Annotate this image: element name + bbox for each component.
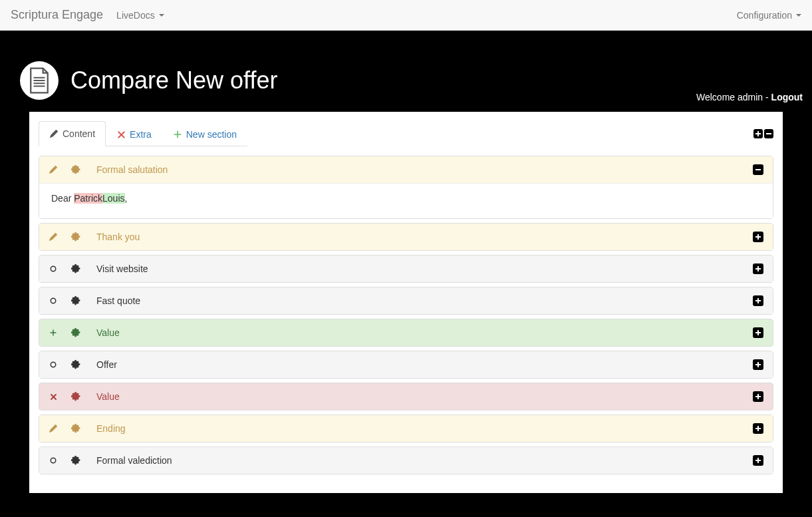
- document-icon: [20, 61, 59, 100]
- section-row: Value: [39, 319, 773, 347]
- section-icons: [49, 232, 82, 242]
- section-row: Visit website: [39, 255, 773, 283]
- section-header[interactable]: Visit website: [39, 256, 773, 282]
- expand-button[interactable]: [753, 232, 763, 242]
- tab-content-label: Content: [63, 128, 95, 139]
- svg-point-10: [51, 298, 56, 303]
- expand-button[interactable]: [753, 263, 763, 274]
- circle-icon: [49, 456, 58, 464]
- svg-rect-19: [755, 396, 761, 397]
- pencil-icon: [49, 233, 58, 241]
- svg-point-22: [51, 458, 56, 463]
- section-header-left: Offer: [49, 359, 117, 370]
- cross-icon: [49, 393, 58, 401]
- section-title: Value: [96, 391, 120, 402]
- section-header-left: Value: [49, 391, 120, 402]
- salutation-suffix: ,: [125, 193, 128, 204]
- svg-rect-9: [755, 268, 761, 269]
- plus-icon: [173, 130, 182, 138]
- svg-rect-12: [755, 300, 761, 301]
- top-navbar: Scriptura Engage LiveDocs Configuration: [0, 0, 812, 31]
- svg-point-7: [51, 266, 56, 271]
- outer-wrap: Content Extra New section: [0, 112, 812, 517]
- section-row: Formal valediction: [39, 446, 773, 474]
- collapse-all-button[interactable]: [764, 129, 773, 138]
- expand-button[interactable]: [753, 391, 763, 402]
- caret-down-icon: [159, 14, 164, 17]
- puzzle-icon: [71, 264, 80, 273]
- section-header[interactable]: Thank you: [39, 224, 773, 250]
- section-icons: [49, 360, 82, 369]
- svg-rect-21: [755, 428, 761, 429]
- section-header-left: Visit website: [49, 263, 148, 274]
- section-icons: [49, 456, 82, 465]
- livedocs-label: LiveDocs: [116, 10, 155, 21]
- section-icons: [49, 264, 82, 273]
- expand-button[interactable]: [753, 327, 763, 338]
- tab-extra[interactable]: Extra: [106, 122, 162, 146]
- puzzle-icon: [71, 296, 80, 305]
- section-header[interactable]: Fast quote: [39, 287, 773, 314]
- section-title: Thank you: [96, 232, 140, 242]
- svg-rect-6: [755, 236, 761, 238]
- section-header[interactable]: Value: [39, 319, 773, 346]
- puzzle-icon: [71, 165, 80, 174]
- section-header[interactable]: Offer: [39, 351, 773, 378]
- puzzle-icon: [71, 456, 80, 465]
- puzzle-icon: [71, 360, 80, 369]
- expand-button[interactable]: [753, 359, 763, 370]
- circle-icon: [49, 361, 58, 369]
- expand-all-button[interactable]: [753, 129, 763, 138]
- section-icons: [49, 165, 82, 174]
- section-row: Value: [39, 383, 773, 411]
- puzzle-icon: [71, 328, 80, 337]
- salutation-prefix: Dear: [51, 193, 74, 204]
- tab-new-section[interactable]: New section: [162, 122, 247, 146]
- svg-rect-24: [755, 460, 761, 461]
- livedocs-dropdown[interactable]: LiveDocs: [116, 10, 164, 21]
- svg-rect-4: [755, 169, 761, 170]
- section-header[interactable]: Value: [39, 383, 773, 410]
- circle-icon: [49, 265, 58, 273]
- pencil-icon: [49, 130, 59, 138]
- section-header[interactable]: Formal salutation: [39, 156, 773, 183]
- navbar-left: Scriptura Engage LiveDocs: [11, 8, 164, 22]
- pencil-icon: [49, 166, 58, 174]
- logout-link[interactable]: Logout: [771, 92, 803, 102]
- section-icons: [49, 392, 82, 401]
- puzzle-icon: [71, 232, 80, 242]
- tab-newsection-label: New section: [186, 129, 237, 140]
- welcome-text: Welcome admin -: [696, 92, 771, 102]
- section-title: Ending: [96, 423, 126, 434]
- section-icons: [49, 296, 82, 305]
- diff-added: Louis: [102, 193, 124, 204]
- section-row: Formal salutationDear PatrickLouis,: [39, 156, 773, 219]
- svg-point-15: [51, 362, 56, 367]
- expand-button[interactable]: [753, 423, 763, 434]
- section-header[interactable]: Formal valediction: [39, 447, 773, 474]
- svg-rect-17: [755, 364, 761, 365]
- puzzle-icon: [71, 392, 80, 401]
- expand-button[interactable]: [753, 455, 763, 466]
- section-body: Dear PatrickLouis,: [39, 183, 773, 218]
- section-header[interactable]: Ending: [39, 415, 773, 442]
- caret-down-icon: [796, 14, 801, 17]
- expand-button[interactable]: [753, 295, 763, 306]
- section-header-left: Value: [49, 327, 120, 338]
- svg-rect-14: [755, 332, 761, 333]
- section-title: Formal valediction: [96, 455, 172, 466]
- header-title-row: Compare New offer: [20, 61, 792, 100]
- configuration-dropdown[interactable]: Configuration: [737, 10, 801, 21]
- section-title: Fast quote: [96, 295, 140, 306]
- puzzle-icon: [71, 424, 80, 433]
- sections-list: Formal salutationDear PatrickLouis,Thank…: [39, 156, 773, 474]
- tab-content[interactable]: Content: [39, 121, 106, 146]
- section-row: Thank you: [39, 223, 773, 251]
- collapse-button[interactable]: [753, 164, 763, 175]
- section-header-left: Formal valediction: [49, 455, 172, 466]
- plus-icon: [49, 329, 58, 337]
- tabs: Content Extra New section: [39, 121, 247, 146]
- main-panel: Content Extra New section: [29, 112, 783, 493]
- section-title: Formal salutation: [96, 164, 168, 175]
- brand[interactable]: Scriptura Engage: [11, 8, 103, 22]
